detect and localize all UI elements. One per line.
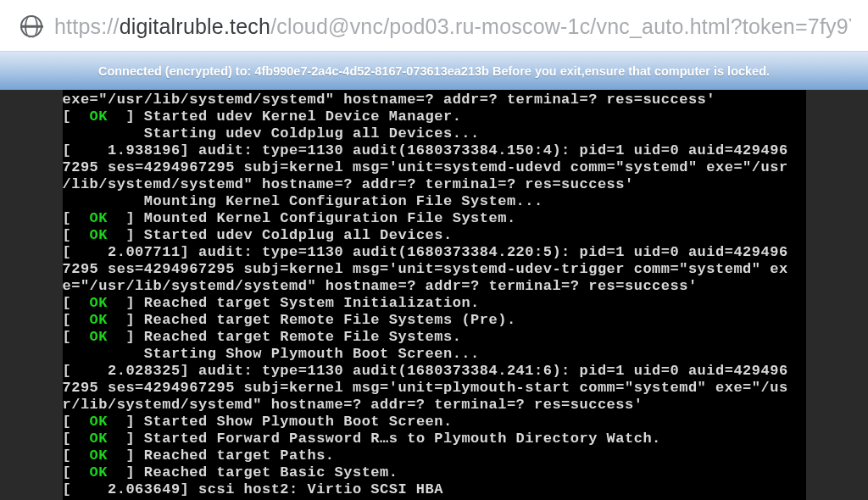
console-line: Starting Show Plymouth Boot Screen... xyxy=(63,346,806,363)
status-ok: OK xyxy=(90,414,108,430)
console-line: [ 2.063649] scsi host2: Virtio SCSI HBA xyxy=(63,481,806,498)
console-line: [ 2.028325] audit: type=1130 audit(16803… xyxy=(63,363,806,380)
status-ok: OK xyxy=(90,329,108,345)
console-line: [ 2.007711] audit: type=1130 audit(16803… xyxy=(63,244,806,261)
url-host: digitalruble.tech xyxy=(120,14,271,38)
vnc-status-text: Connected (encrypted) to: 4fb990e7-2a4c-… xyxy=(98,64,770,78)
console-line: e="/usr/lib/systemd/systemd" hostname=? … xyxy=(63,278,806,295)
status-ok: OK xyxy=(90,431,108,447)
console-line: [ OK ] Mounted Kernel Configuration File… xyxy=(63,210,806,227)
console-line: [ OK ] Reached target Basic System. xyxy=(63,464,806,481)
console-line: r/lib/systemd/systemd" hostname=? addr=?… xyxy=(63,397,806,414)
vnc-status-banner: Connected (encrypted) to: 4fb990e7-2a4c-… xyxy=(0,51,868,90)
status-ok: OK xyxy=(90,210,108,226)
boot-console: exe="/usr/lib/systemd/systemd" hostname=… xyxy=(63,90,806,500)
console-line: [ OK ] Reached target Remote File System… xyxy=(63,312,806,329)
console-line: 7295 ses=4294967295 subj=kernel msg='uni… xyxy=(63,159,806,176)
console-line: 7295 ses=4294967295 subj=kernel msg='uni… xyxy=(63,380,806,397)
console-line: /lib/systemd/systemd" hostname=? addr=? … xyxy=(63,176,806,193)
console-line: [ OK ] Reached target Remote File System… xyxy=(63,329,806,346)
url-display[interactable]: https://digitalruble.tech/cloud@vnc/pod0… xyxy=(54,14,851,39)
console-line: [ 1.938196] audit: type=1130 audit(16803… xyxy=(63,142,806,159)
console-line: [ OK ] Started udev Coldplug all Devices… xyxy=(63,227,806,244)
url-scheme: https:// xyxy=(54,14,120,38)
status-ok: OK xyxy=(90,447,108,464)
console-line: [ OK ] Reached target System Initializat… xyxy=(63,295,806,312)
console-line: Mounting Kernel Configuration File Syste… xyxy=(63,193,806,210)
status-ok: OK xyxy=(90,227,108,243)
status-ok: OK xyxy=(90,108,108,125)
console-line: 7295 ses=4294967295 subj=kernel msg='uni… xyxy=(63,261,806,278)
console-line: [ OK ] Reached target Paths. xyxy=(63,447,806,464)
console-line: [ OK ] Started Show Plymouth Boot Screen… xyxy=(63,414,806,431)
url-path: /cloud@vnc/pod03.ru-moscow-1c/vnc_auto.h… xyxy=(270,14,851,38)
globe-icon xyxy=(20,15,42,37)
console-line: exe="/usr/lib/systemd/systemd" hostname=… xyxy=(63,92,806,108)
status-ok: OK xyxy=(90,295,108,311)
console-line: Starting udev Coldplug all Devices... xyxy=(63,125,806,142)
status-ok: OK xyxy=(90,312,108,328)
vnc-viewport[interactable]: exe="/usr/lib/systemd/systemd" hostname=… xyxy=(0,90,868,500)
console-line: [ OK ] Started Forward Password R…s to P… xyxy=(63,431,806,447)
status-ok: OK xyxy=(90,464,108,481)
browser-address-bar: https://digitalruble.tech/cloud@vnc/pod0… xyxy=(0,0,868,51)
console-line: [ OK ] Started udev Kernel Device Manage… xyxy=(63,108,806,125)
